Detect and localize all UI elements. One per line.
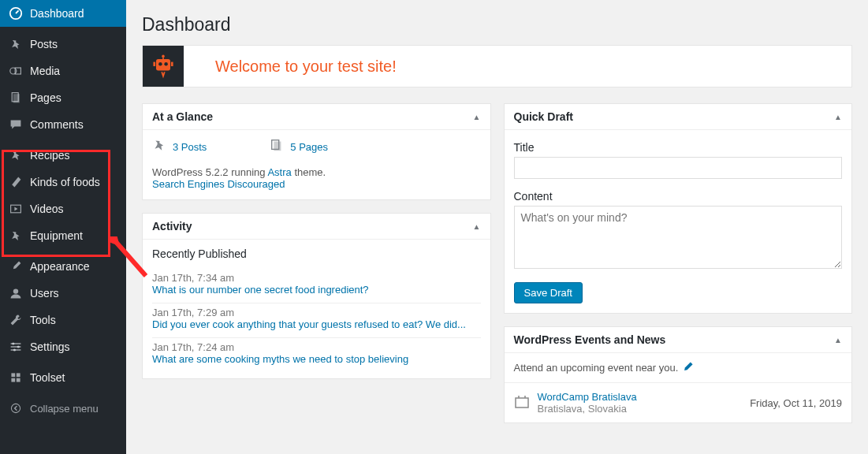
svg-point-7 (12, 342, 14, 344)
draft-content-textarea[interactable] (514, 206, 843, 269)
svg-rect-4 (13, 94, 20, 102)
sidebar-item-label: Users (30, 287, 59, 300)
sidebar-item-label: Equipment (30, 229, 83, 242)
svg-point-17 (164, 62, 168, 66)
event-location: Bratislava, Slovakia (538, 403, 627, 415)
events-attend-text: Attend an upcoming event near you. (514, 362, 679, 374)
event-date: Friday, Oct 11, 2019 (750, 397, 842, 409)
sidebar-item-label: Media (30, 65, 60, 77)
activity-link[interactable]: What are some cooking myths we need to s… (152, 353, 408, 365)
posts-count-link[interactable]: 3 Posts (173, 141, 207, 153)
sidebar-item-label: Tools (30, 314, 56, 326)
carrot-icon (8, 174, 24, 190)
sidebar-item-users[interactable]: Users (0, 280, 126, 307)
welcome-text: Welcome to your test site! (184, 58, 397, 76)
draft-content-label: Content (514, 190, 843, 203)
media-icon (8, 63, 24, 79)
draft-title-input[interactable] (514, 157, 843, 179)
sidebar-item-media[interactable]: Media (0, 58, 126, 84)
svg-point-9 (13, 348, 16, 351)
activity-link[interactable]: What is our number one secret food ingre… (152, 284, 369, 296)
svg-point-8 (17, 345, 20, 348)
panel-title: At a Glance (152, 110, 213, 123)
theme-link[interactable]: Astra (267, 166, 291, 178)
pin-icon (8, 147, 24, 163)
pages-icon (8, 90, 24, 106)
svg-point-20 (162, 55, 165, 58)
events-panel: WordPress Events and News ▲ Attend an up… (504, 326, 853, 423)
sidebar-item-label: Toolset (30, 371, 65, 384)
activity-item: Jan 17th, 7:29 amDid you ever cook anyth… (152, 303, 481, 334)
brush-icon (8, 259, 24, 274)
sidebar-item-dashboard[interactable]: Dashboard (0, 0, 126, 27)
activity-date: Jan 17th, 7:29 am (152, 307, 270, 318)
svg-rect-15 (156, 59, 170, 70)
svg-rect-10 (11, 373, 15, 377)
pin-icon (8, 36, 24, 52)
sidebar-item-comments[interactable]: Comments (0, 111, 126, 138)
sliders-icon (8, 339, 24, 355)
search-engines-link[interactable]: Search Engines Discouraged (152, 178, 285, 190)
svg-rect-19 (171, 62, 173, 66)
sidebar-item-appearance[interactable]: Appearance (0, 253, 126, 280)
svg-rect-23 (274, 142, 281, 151)
video-icon (8, 201, 24, 217)
pages-icon (270, 138, 284, 155)
sidebar-item-label: Comments (30, 118, 84, 131)
activity-panel: Activity ▲ Recently Published Jan 17th, … (142, 213, 491, 379)
user-icon (8, 285, 24, 301)
activity-link[interactable]: Did you ever cook anything that your gue… (152, 318, 466, 330)
activity-date: Jan 17th, 7:34 am (152, 272, 270, 284)
svg-rect-13 (17, 378, 20, 382)
panel-toggle-icon[interactable]: ▲ (834, 336, 842, 344)
svg-rect-18 (153, 62, 155, 66)
svg-point-6 (13, 288, 18, 293)
panel-toggle-icon[interactable]: ▲ (834, 113, 842, 121)
admin-sidebar: Dashboard Posts Media Pages Comments (0, 0, 126, 454)
sidebar-item-label: Kinds of foods (30, 176, 100, 188)
pages-count-link[interactable]: 5 Pages (290, 141, 328, 153)
quick-draft-panel: Quick Draft ▲ Title Content Save Draft (504, 103, 853, 314)
sidebar-item-toolset[interactable]: Toolset (0, 364, 126, 391)
comments-icon (8, 117, 24, 132)
sidebar-item-settings[interactable]: Settings (0, 333, 126, 360)
svg-point-16 (158, 62, 162, 66)
wp-version-text: WordPress 5.2.2 running (152, 166, 267, 178)
panel-toggle-icon[interactable]: ▲ (473, 222, 481, 231)
collapse-menu-button[interactable]: Collapse menu (0, 395, 126, 422)
toolset-icon (8, 370, 24, 385)
sidebar-item-posts[interactable]: Posts (0, 31, 126, 58)
save-draft-button[interactable]: Save Draft (514, 282, 583, 303)
panel-toggle-icon[interactable]: ▲ (473, 113, 481, 121)
page-title: Dashboard (142, 0, 852, 45)
sidebar-item-tools[interactable]: Tools (0, 307, 126, 333)
svg-rect-11 (17, 373, 20, 377)
edit-location-icon[interactable] (683, 361, 694, 374)
wordcamp-icon (514, 393, 530, 413)
pin-icon (8, 228, 24, 244)
sidebar-item-label: Posts (30, 38, 58, 50)
panel-title: WordPress Events and News (514, 333, 666, 346)
activity-item: Jan 17th, 7:24 amWhat are some cooking m… (152, 337, 481, 369)
sidebar-item-label: Pages (30, 91, 61, 104)
activity-item: Jan 17th, 7:34 amWhat is our number one … (152, 268, 481, 300)
event-title-link[interactable]: WordCamp Bratislava (538, 391, 637, 403)
svg-rect-12 (11, 378, 15, 382)
pin-icon (152, 138, 166, 155)
sidebar-item-equipment[interactable]: Equipment (0, 222, 126, 249)
sidebar-item-pages[interactable]: Pages (0, 84, 126, 111)
sidebar-item-videos[interactable]: Videos (0, 195, 126, 222)
sidebar-item-label: Appearance (30, 260, 90, 273)
panel-title: Quick Draft (514, 110, 573, 123)
activity-subtitle: Recently Published (152, 247, 481, 260)
wrench-icon (8, 312, 24, 328)
at-a-glance-panel: At a Glance ▲ 3 Posts (142, 103, 491, 200)
sidebar-item-kinds-of-foods[interactable]: Kinds of foods (0, 169, 126, 195)
main-content: Dashboard Welcome to your test site! At … (126, 0, 868, 454)
panel-title: Activity (152, 220, 192, 233)
collapse-label: Collapse menu (30, 403, 99, 415)
robot-icon (143, 46, 184, 87)
dashboard-icon (8, 6, 24, 21)
collapse-icon (8, 400, 24, 416)
sidebar-item-recipes[interactable]: Recipes (0, 142, 126, 169)
